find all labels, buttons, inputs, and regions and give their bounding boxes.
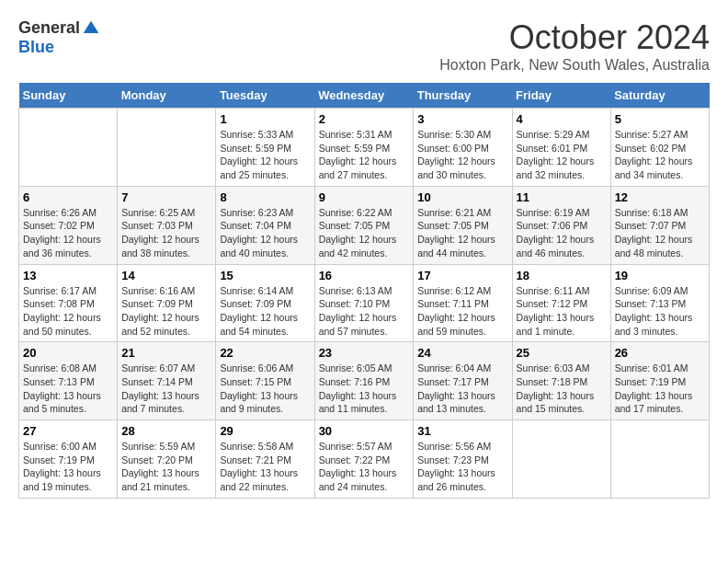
day-number: 24 — [417, 346, 507, 360]
day-number: 14 — [121, 269, 211, 282]
logo-blue-text: Blue — [18, 38, 54, 57]
day-number: 16 — [319, 269, 410, 282]
day-info: Sunrise: 5:57 AM Sunset: 7:22 PM Dayligh… — [319, 440, 410, 494]
day-info: Sunrise: 6:21 AM Sunset: 7:05 PM Dayligh… — [417, 206, 507, 260]
week-row-1: 1Sunrise: 5:33 AM Sunset: 5:59 PM Daylig… — [19, 109, 710, 187]
calendar-cell: 24Sunrise: 6:04 AM Sunset: 7:17 PM Dayli… — [414, 342, 512, 420]
calendar-cell — [610, 420, 709, 499]
day-number: 5 — [615, 112, 705, 126]
location-text: Hoxton Park, New South Wales, Australia — [439, 57, 710, 74]
calendar-cell: 25Sunrise: 6:03 AM Sunset: 7:18 PM Dayli… — [512, 342, 610, 420]
calendar-cell: 7Sunrise: 6:25 AM Sunset: 7:03 PM Daylig… — [118, 186, 216, 264]
day-number: 28 — [121, 424, 211, 438]
day-number: 4 — [517, 112, 607, 126]
day-info: Sunrise: 6:04 AM Sunset: 7:17 PM Dayligh… — [417, 362, 507, 416]
calendar-cell: 14Sunrise: 6:16 AM Sunset: 7:09 PM Dayli… — [118, 264, 216, 342]
calendar-cell: 27Sunrise: 6:00 AM Sunset: 7:19 PM Dayli… — [19, 420, 118, 499]
day-info: Sunrise: 5:31 AM Sunset: 5:59 PM Dayligh… — [319, 128, 410, 182]
day-info: Sunrise: 5:59 AM Sunset: 7:20 PM Dayligh… — [121, 440, 211, 494]
calendar-cell — [19, 109, 118, 187]
week-row-4: 20Sunrise: 6:08 AM Sunset: 7:13 PM Dayli… — [19, 342, 710, 420]
header-wednesday: Wednesday — [314, 83, 414, 109]
day-info: Sunrise: 5:29 AM Sunset: 6:01 PM Dayligh… — [517, 128, 607, 182]
calendar-cell: 28Sunrise: 5:59 AM Sunset: 7:20 PM Dayli… — [118, 420, 216, 499]
day-info: Sunrise: 6:11 AM Sunset: 7:12 PM Dayligh… — [517, 284, 607, 339]
day-number: 20 — [23, 346, 113, 360]
day-info: Sunrise: 6:07 AM Sunset: 7:14 PM Dayligh… — [121, 362, 211, 416]
day-number: 26 — [615, 346, 705, 360]
calendar-cell: 19Sunrise: 6:09 AM Sunset: 7:13 PM Dayli… — [610, 264, 709, 342]
calendar-cell: 6Sunrise: 6:26 AM Sunset: 7:02 PM Daylig… — [19, 186, 118, 264]
day-number: 18 — [517, 269, 607, 282]
day-number: 15 — [220, 269, 310, 282]
calendar-cell: 31Sunrise: 5:56 AM Sunset: 7:23 PM Dayli… — [414, 420, 512, 499]
logo-general-text: General — [18, 18, 80, 38]
day-number: 12 — [615, 190, 705, 204]
header-sunday: Sunday — [19, 83, 118, 109]
day-info: Sunrise: 6:23 AM Sunset: 7:04 PM Dayligh… — [220, 206, 310, 260]
calendar-cell: 10Sunrise: 6:21 AM Sunset: 7:05 PM Dayli… — [414, 186, 512, 264]
day-number: 9 — [319, 190, 410, 204]
day-number: 7 — [121, 190, 211, 204]
day-info: Sunrise: 5:27 AM Sunset: 6:02 PM Dayligh… — [615, 128, 705, 182]
title-section: October 2024 Hoxton Park, New South Wale… — [439, 18, 710, 74]
day-info: Sunrise: 6:06 AM Sunset: 7:15 PM Dayligh… — [220, 362, 310, 416]
day-info: Sunrise: 5:33 AM Sunset: 5:59 PM Dayligh… — [220, 128, 310, 182]
calendar-cell: 17Sunrise: 6:12 AM Sunset: 7:11 PM Dayli… — [414, 264, 512, 342]
calendar-cell: 4Sunrise: 5:29 AM Sunset: 6:01 PM Daylig… — [512, 109, 610, 187]
day-number: 31 — [417, 424, 507, 438]
day-number: 22 — [220, 346, 310, 360]
calendar-cell: 1Sunrise: 5:33 AM Sunset: 5:59 PM Daylig… — [216, 109, 314, 187]
day-info: Sunrise: 6:03 AM Sunset: 7:18 PM Dayligh… — [517, 362, 607, 416]
svg-marker-0 — [84, 20, 99, 32]
calendar-cell: 29Sunrise: 5:58 AM Sunset: 7:21 PM Dayli… — [216, 420, 314, 499]
day-info: Sunrise: 6:19 AM Sunset: 7:06 PM Dayligh… — [517, 206, 607, 260]
calendar-cell: 11Sunrise: 6:19 AM Sunset: 7:06 PM Dayli… — [512, 186, 610, 264]
header-thursday: Thursday — [414, 83, 512, 109]
day-number: 17 — [417, 269, 507, 282]
day-number: 1 — [220, 112, 310, 126]
day-info: Sunrise: 6:05 AM Sunset: 7:16 PM Dayligh… — [319, 362, 410, 416]
logo-icon — [82, 19, 100, 38]
calendar-cell: 23Sunrise: 6:05 AM Sunset: 7:16 PM Dayli… — [314, 342, 414, 420]
calendar-cell — [118, 109, 216, 187]
header-friday: Friday — [512, 83, 610, 109]
day-info: Sunrise: 6:26 AM Sunset: 7:02 PM Dayligh… — [23, 206, 113, 260]
calendar-cell: 13Sunrise: 6:17 AM Sunset: 7:08 PM Dayli… — [19, 264, 118, 342]
day-info: Sunrise: 5:58 AM Sunset: 7:21 PM Dayligh… — [220, 440, 310, 494]
week-row-5: 27Sunrise: 6:00 AM Sunset: 7:19 PM Dayli… — [19, 420, 710, 499]
day-number: 29 — [220, 424, 310, 438]
calendar-cell: 21Sunrise: 6:07 AM Sunset: 7:14 PM Dayli… — [118, 342, 216, 420]
day-info: Sunrise: 6:00 AM Sunset: 7:19 PM Dayligh… — [23, 440, 113, 494]
calendar-cell: 2Sunrise: 5:31 AM Sunset: 5:59 PM Daylig… — [314, 109, 414, 187]
day-info: Sunrise: 6:14 AM Sunset: 7:09 PM Dayligh… — [220, 284, 310, 339]
day-number: 19 — [615, 269, 705, 282]
calendar-cell: 20Sunrise: 6:08 AM Sunset: 7:13 PM Dayli… — [19, 342, 118, 420]
calendar-cell: 30Sunrise: 5:57 AM Sunset: 7:22 PM Dayli… — [314, 420, 414, 499]
calendar-cell: 9Sunrise: 6:22 AM Sunset: 7:05 PM Daylig… — [314, 186, 414, 264]
day-info: Sunrise: 6:01 AM Sunset: 7:19 PM Dayligh… — [615, 362, 705, 416]
day-info: Sunrise: 5:56 AM Sunset: 7:23 PM Dayligh… — [417, 440, 507, 494]
calendar-cell: 3Sunrise: 5:30 AM Sunset: 6:00 PM Daylig… — [414, 109, 512, 187]
calendar-cell — [512, 420, 610, 499]
day-number: 27 — [23, 424, 113, 438]
page-header: General Blue October 2024 Hoxton Park, N… — [18, 18, 710, 74]
day-info: Sunrise: 6:25 AM Sunset: 7:03 PM Dayligh… — [121, 206, 211, 260]
logo: General Blue — [18, 18, 100, 57]
header-tuesday: Tuesday — [216, 83, 314, 109]
day-info: Sunrise: 6:18 AM Sunset: 7:07 PM Dayligh… — [615, 206, 705, 260]
day-number: 2 — [319, 112, 410, 126]
day-number: 11 — [517, 190, 607, 204]
calendar-cell: 22Sunrise: 6:06 AM Sunset: 7:15 PM Dayli… — [216, 342, 314, 420]
header-saturday: Saturday — [610, 83, 709, 109]
day-number: 25 — [517, 346, 607, 360]
day-info: Sunrise: 6:08 AM Sunset: 7:13 PM Dayligh… — [23, 362, 113, 416]
week-row-2: 6Sunrise: 6:26 AM Sunset: 7:02 PM Daylig… — [19, 186, 710, 264]
calendar-cell: 15Sunrise: 6:14 AM Sunset: 7:09 PM Dayli… — [216, 264, 314, 342]
day-number: 3 — [417, 112, 507, 126]
day-info: Sunrise: 6:09 AM Sunset: 7:13 PM Dayligh… — [615, 284, 705, 339]
day-info: Sunrise: 6:16 AM Sunset: 7:09 PM Dayligh… — [121, 284, 211, 339]
day-info: Sunrise: 6:13 AM Sunset: 7:10 PM Dayligh… — [319, 284, 410, 339]
day-number: 23 — [319, 346, 410, 360]
day-number: 21 — [121, 346, 211, 360]
